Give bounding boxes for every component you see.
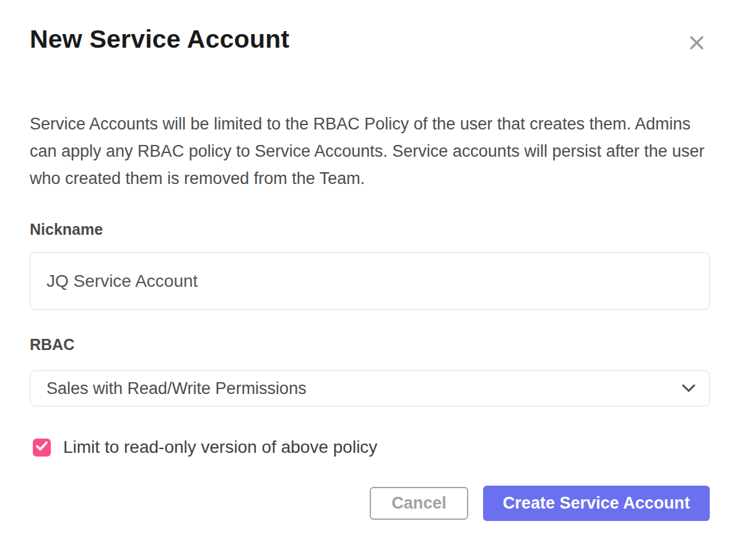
close-button[interactable] xyxy=(684,30,710,56)
rbac-select[interactable]: Sales with Read/Write Permissions xyxy=(30,370,710,406)
nickname-label: Nickname xyxy=(30,221,710,238)
checkmark-icon xyxy=(36,441,48,453)
readonly-checkbox-label: Limit to read-only version of above poli… xyxy=(63,437,377,457)
modal-footer: Cancel Create Service Account xyxy=(30,486,710,521)
rbac-label: RBAC xyxy=(30,336,710,354)
modal-description: Service Accounts will be limited to the … xyxy=(30,110,710,192)
cancel-button[interactable]: Cancel xyxy=(370,487,468,520)
nickname-field-group: Nickname xyxy=(30,221,710,310)
new-service-account-modal: New Service Account Service Accounts wil… xyxy=(0,0,737,560)
readonly-checkbox-row[interactable]: Limit to read-only version of above poli… xyxy=(33,437,710,457)
modal-header: New Service Account xyxy=(30,25,710,56)
nickname-input[interactable] xyxy=(30,252,710,310)
modal-title: New Service Account xyxy=(30,25,289,54)
readonly-checkbox[interactable] xyxy=(33,439,51,457)
create-service-account-button[interactable]: Create Service Account xyxy=(483,486,710,521)
rbac-select-wrap: Sales with Read/Write Permissions xyxy=(30,370,710,406)
close-icon xyxy=(687,45,706,54)
rbac-field-group: RBAC Sales with Read/Write Permissions xyxy=(30,336,710,406)
